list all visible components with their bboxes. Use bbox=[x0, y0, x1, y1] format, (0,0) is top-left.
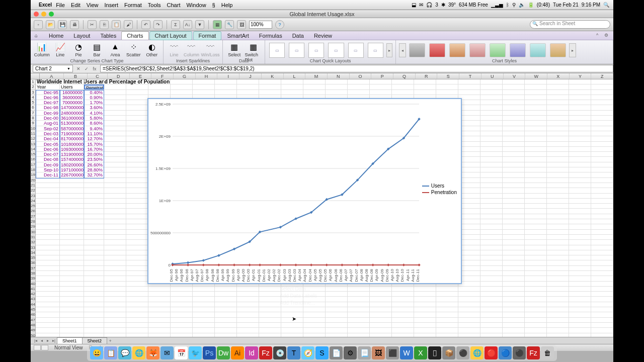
cell[interactable] bbox=[525, 167, 547, 172]
embedded-chart[interactable]: 05000000001E+091.5E+092E+092.5E+09Dec-95… bbox=[147, 98, 462, 284]
cell[interactable] bbox=[36, 199, 60, 203]
cell[interactable] bbox=[547, 209, 569, 213]
cell[interactable] bbox=[591, 307, 613, 312]
cell[interactable] bbox=[36, 255, 60, 260]
chart-type-other[interactable]: ◐Other bbox=[144, 41, 160, 57]
cell[interactable] bbox=[547, 276, 569, 281]
cell[interactable] bbox=[547, 194, 569, 198]
cell[interactable] bbox=[503, 297, 525, 301]
cell[interactable]: 147000000 bbox=[60, 105, 84, 110]
dock-trash[interactable]: 🗑 bbox=[541, 346, 554, 359]
cell[interactable] bbox=[503, 214, 525, 219]
dock-app-8[interactable]: 🖼 bbox=[372, 346, 385, 359]
cell[interactable] bbox=[392, 323, 414, 327]
dock-app-13[interactable]: 🔵 bbox=[499, 346, 512, 359]
home-icon[interactable]: ⌂ bbox=[35, 33, 42, 38]
cell[interactable] bbox=[126, 126, 148, 131]
cell[interactable] bbox=[525, 116, 547, 120]
cell[interactable] bbox=[370, 312, 392, 317]
cell[interactable] bbox=[215, 318, 237, 322]
col-header-V[interactable]: V bbox=[504, 73, 526, 79]
col-header-L[interactable]: L bbox=[284, 73, 306, 79]
cancel-formula-icon[interactable]: ✕ bbox=[75, 65, 82, 72]
cell[interactable] bbox=[148, 287, 171, 291]
cell[interactable] bbox=[60, 188, 84, 193]
cell[interactable] bbox=[126, 84, 148, 89]
col-header-E[interactable]: E bbox=[130, 73, 152, 79]
cell[interactable] bbox=[547, 255, 569, 260]
cell[interactable] bbox=[591, 167, 613, 172]
cell[interactable] bbox=[503, 95, 525, 100]
cell[interactable] bbox=[547, 240, 569, 244]
cell[interactable] bbox=[126, 105, 148, 110]
cell[interactable] bbox=[525, 90, 547, 95]
cell[interactable] bbox=[503, 84, 525, 89]
row-header-46[interactable]: 46 bbox=[31, 312, 36, 317]
cell[interactable] bbox=[84, 194, 104, 198]
cell[interactable] bbox=[126, 194, 148, 198]
cell[interactable] bbox=[525, 194, 547, 198]
cell[interactable] bbox=[171, 328, 193, 332]
cell[interactable] bbox=[326, 323, 348, 327]
col-header-G[interactable]: G bbox=[174, 73, 196, 79]
dock-finder[interactable]: 😀 bbox=[90, 346, 103, 359]
cell[interactable] bbox=[591, 266, 613, 270]
cell[interactable] bbox=[591, 121, 613, 125]
cell[interactable] bbox=[525, 323, 547, 327]
cell[interactable] bbox=[84, 266, 104, 270]
cell[interactable] bbox=[60, 318, 84, 322]
cell[interactable]: 20.00% bbox=[84, 152, 104, 156]
first-sheet-icon[interactable]: |◂ bbox=[33, 338, 39, 343]
tab-home[interactable]: Home bbox=[44, 32, 68, 40]
cell[interactable] bbox=[569, 260, 591, 265]
cell[interactable] bbox=[591, 214, 613, 219]
cell[interactable]: Year bbox=[36, 84, 60, 89]
cell[interactable]: Dec-99 bbox=[36, 111, 60, 115]
cell[interactable] bbox=[104, 219, 126, 224]
cell[interactable] bbox=[126, 142, 148, 146]
cell[interactable] bbox=[84, 282, 104, 286]
cell[interactable] bbox=[392, 328, 414, 332]
cell[interactable] bbox=[480, 178, 503, 183]
col-header-F[interactable]: F bbox=[151, 73, 174, 79]
cell[interactable]: 248000000 bbox=[60, 111, 84, 115]
cell[interactable] bbox=[126, 282, 148, 286]
cell[interactable]: Dec-07 bbox=[36, 152, 60, 156]
cell[interactable] bbox=[547, 250, 569, 255]
cell[interactable] bbox=[348, 307, 370, 312]
cell[interactable] bbox=[591, 183, 613, 188]
redo-button[interactable]: ↷ bbox=[153, 20, 163, 29]
cell[interactable] bbox=[591, 240, 613, 244]
cell[interactable] bbox=[525, 209, 547, 213]
chart-style-1[interactable] bbox=[409, 43, 425, 57]
cell[interactable] bbox=[436, 79, 458, 84]
cell[interactable] bbox=[458, 333, 480, 337]
cell[interactable] bbox=[503, 312, 525, 317]
cell[interactable] bbox=[84, 219, 104, 224]
cell[interactable] bbox=[259, 328, 281, 332]
cell[interactable] bbox=[591, 312, 613, 317]
cell[interactable] bbox=[104, 333, 126, 337]
cell[interactable] bbox=[392, 333, 414, 337]
cell[interactable] bbox=[569, 172, 591, 177]
cell[interactable] bbox=[60, 183, 84, 188]
help-button[interactable]: ? bbox=[275, 20, 284, 29]
cell[interactable] bbox=[591, 79, 613, 84]
cell[interactable] bbox=[547, 214, 569, 219]
row-header-2[interactable]: 2 bbox=[31, 84, 36, 89]
cell[interactable] bbox=[237, 79, 259, 84]
row-header-35[interactable]: 35 bbox=[31, 255, 36, 260]
cell[interactable] bbox=[414, 318, 436, 322]
cell[interactable] bbox=[84, 209, 104, 213]
cell[interactable] bbox=[259, 307, 281, 312]
menu-help[interactable]: Help bbox=[221, 2, 233, 8]
mail-icon[interactable]: ✉ bbox=[419, 2, 423, 8]
cell[interactable] bbox=[480, 323, 503, 327]
cell[interactable] bbox=[503, 90, 525, 95]
cell[interactable]: Dec-09 bbox=[36, 162, 60, 167]
menu-chart[interactable]: Chart bbox=[167, 2, 181, 8]
cell[interactable] bbox=[60, 260, 84, 265]
close-button[interactable] bbox=[34, 12, 39, 17]
col-header-D[interactable]: D bbox=[108, 73, 130, 79]
cell[interactable] bbox=[591, 318, 613, 322]
